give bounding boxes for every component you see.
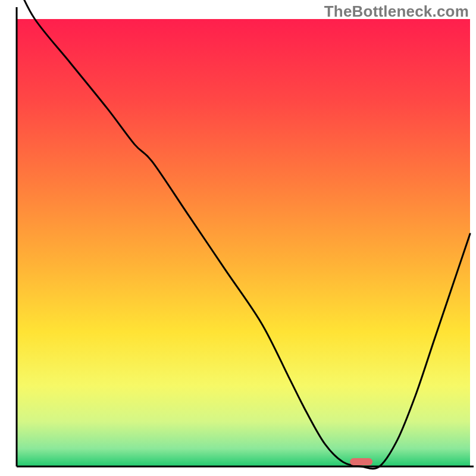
chart-svg [0, 0, 476, 476]
plot-background [17, 19, 470, 466]
watermark-text: TheBottleneck.com [324, 2, 469, 21]
bottleneck-chart: TheBottleneck.com [0, 0, 476, 476]
optimal-marker [350, 458, 372, 465]
